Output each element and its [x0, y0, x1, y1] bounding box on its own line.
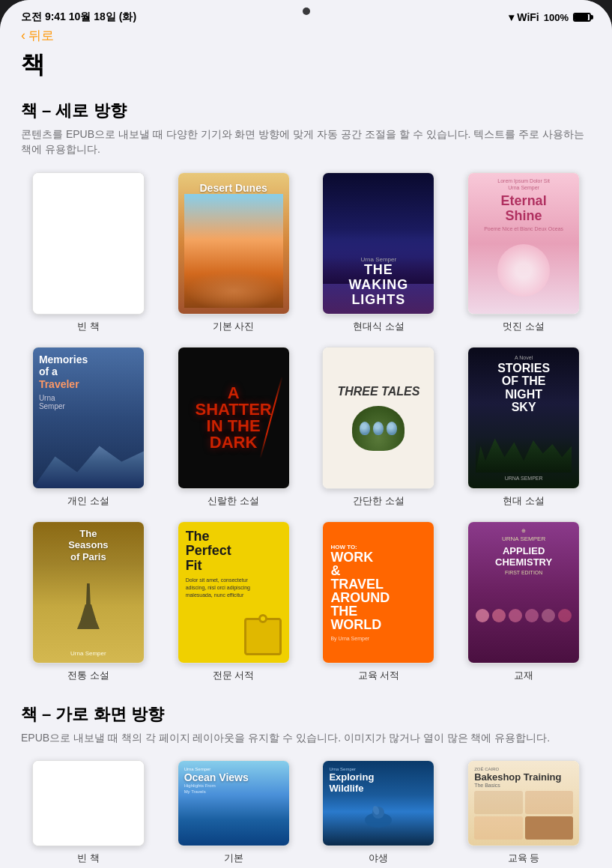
section-vertical: 책 – 세로 방향 콘텐츠를 EPUB으로 내보낼 때 다양한 기기와 화면 방…	[21, 100, 591, 682]
book-label-blank-landscape: 빈 책	[77, 852, 100, 865]
book-cover-paris: TheSeasonsof Paris Urna Semper	[32, 521, 145, 664]
section-landscape: 책 – 가로 화면 방향 EPUB으로 내보낼 때 책의 각 페이지 레이아웃을…	[21, 703, 591, 865]
book-label-memories: 개인 소설	[67, 494, 109, 508]
book-label-blank: 빈 책	[77, 320, 100, 333]
book-item-bakeshop[interactable]: ZOÉ CAIRO Bakeshop Training The Basics 교	[456, 760, 591, 865]
book-label-travel: 교육 서적	[358, 669, 400, 682]
book-label-stories: 현대 소설	[503, 494, 545, 508]
book-grid-landscape: 빈 책 Urna Semper Ocean Views Highlights F…	[21, 760, 591, 865]
book-item-travel[interactable]: HOW TO: WORK&TRAVELAROUNDTHEWORLD By Urn…	[312, 521, 446, 682]
ipad-device: 오전 9:41 10월 18일 (화) ▾ WiFi 100% ‹ 뒤로 책 책…	[0, 0, 612, 868]
section-landscape-desc: EPUB으로 내보낼 때 책의 각 페이지 레이아웃을 유지할 수 있습니다. …	[21, 730, 591, 745]
book-item-blank-landscape[interactable]: 빈 책	[21, 760, 156, 865]
page-title: 책	[21, 49, 591, 82]
book-label-chemistry: 교재	[514, 669, 533, 682]
back-label: 뒤로	[28, 27, 54, 44]
book-label-ocean: 기본	[224, 852, 243, 865]
book-label-wildlife: 야생	[369, 852, 388, 865]
book-label-shatter: 신랄한 소설	[207, 494, 259, 508]
book-cover-perfect: ThePerfectFit Dolor sit amet, consectetu…	[178, 521, 290, 664]
battery-icon	[573, 13, 591, 22]
battery-percent: 100%	[544, 12, 569, 23]
book-label-bakeshop: 교육 등	[508, 852, 540, 865]
book-cover-stories: A Novel STORIESOF THENIGHTSKY URNA SEMPE…	[467, 347, 580, 489]
section-landscape-title: 책 – 가로 화면 방향	[21, 703, 591, 726]
section-vertical-desc: 콘텐츠를 EPUB으로 내보낼 때 다양한 기기와 화면 방향에 맞게 자동 공…	[21, 127, 591, 157]
book-cover-travel: HOW TO: WORK&TRAVELAROUNDTHEWORLD By Urn…	[322, 521, 434, 664]
book-item-desert[interactable]: Desert Dunes 기본 사진	[166, 172, 301, 333]
back-button[interactable]: ‹ 뒤로	[21, 27, 591, 44]
book-item-stories[interactable]: A Novel STORIESOF THENIGHTSKY URNA SEMPE…	[456, 347, 591, 508]
book-cover-chemistry: ⊕ URNA SEMPER APPLIEDCHEMISTRY FIRST EDI…	[467, 521, 580, 664]
camera-dot	[303, 7, 310, 15]
back-chevron-icon: ‹	[21, 28, 25, 43]
section-vertical-title: 책 – 세로 방향	[21, 100, 591, 122]
book-item-memories[interactable]: Memoriesof aTraveler UrnaSemper 개인 소설	[21, 347, 156, 508]
book-label-eternal: 멋진 소설	[503, 320, 545, 333]
book-cover-wildlife: Urna Semper ExploringWildlife	[322, 760, 434, 846]
book-item-paris[interactable]: TheSeasonsof Paris Urna Semper	[21, 521, 156, 682]
book-grid-vertical: 빈 책 Desert Dunes 기본 사진	[21, 172, 591, 682]
book-cover-ocean: Urna Semper Ocean Views Highlights FromM…	[178, 760, 290, 846]
book-item-eternal[interactable]: Lorem Ipsum Dolor SitUrna Semper Eternal…	[456, 172, 591, 333]
book-label-three: 간단한 소설	[353, 494, 405, 508]
book-item-shatter[interactable]: ASHATTERIN THEDARK 신랄한 소설	[166, 347, 301, 508]
book-cover-memories: Memoriesof aTraveler UrnaSemper	[32, 347, 145, 489]
book-item-waking[interactable]: Urna Semper THEWAKINGLIGHTS 현대식 소설	[312, 172, 446, 333]
book-item-blank[interactable]: 빈 책	[21, 172, 156, 333]
book-item-three[interactable]: THREE TALES 간단한 소설	[312, 347, 446, 508]
book-cover-shatter: ASHATTERIN THEDARK	[178, 347, 290, 489]
book-cover-three: THREE TALES	[322, 347, 434, 489]
book-cover-waking: Urna Semper THEWAKINGLIGHTS	[322, 172, 434, 315]
book-label-desert: 기본 사진	[213, 320, 255, 333]
status-icons: ▾ WiFi 100%	[509, 11, 591, 23]
book-item-ocean[interactable]: Urna Semper Ocean Views Highlights FromM…	[166, 760, 301, 865]
main-content: ‹ 뒤로 책 책 – 세로 방향 콘텐츠를 EPUB으로 내보낼 때 다양한 기…	[0, 27, 612, 868]
book-label-paris: 전통 소설	[67, 669, 109, 682]
book-cover-blank-landscape	[32, 760, 145, 846]
book-item-chemistry[interactable]: ⊕ URNA SEMPER APPLIEDCHEMISTRY FIRST EDI…	[456, 521, 591, 682]
book-item-perfect[interactable]: ThePerfectFit Dolor sit amet, consectetu…	[166, 521, 301, 682]
book-cover-eternal: Lorem Ipsum Dolor SitUrna Semper Eternal…	[467, 172, 580, 315]
book-label-perfect: 전문 서적	[213, 669, 255, 682]
status-time: 오전 9:41 10월 18일 (화)	[21, 10, 136, 24]
book-label-waking: 현대식 소설	[353, 320, 405, 333]
book-cover-blank	[32, 172, 145, 315]
wifi-icon: ▾ WiFi	[509, 11, 539, 23]
book-cover-desert: Desert Dunes	[178, 172, 290, 315]
book-cover-bakeshop: ZOÉ CAIRO Bakeshop Training The Basics	[467, 760, 580, 846]
book-item-wildlife[interactable]: Urna Semper ExploringWildlife 야	[312, 760, 446, 865]
